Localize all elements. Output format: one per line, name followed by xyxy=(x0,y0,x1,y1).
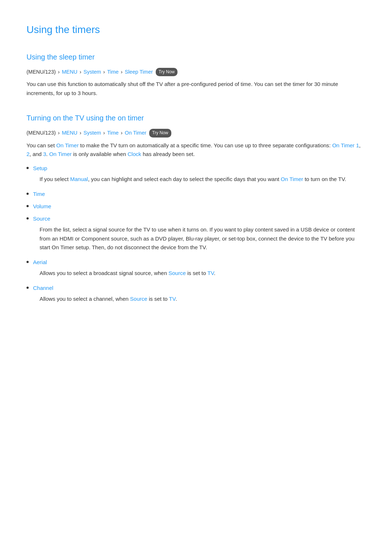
breadcrumb-menu-2[interactable]: MENU xyxy=(62,129,77,137)
bullet-dot-aerial xyxy=(26,261,29,263)
list-item: Aerial Allows you to select a broadcast … xyxy=(26,258,366,280)
on-timer-breadcrumb: (MENU/123) › MENU › System › Time › On T… xyxy=(26,129,366,137)
list-item: Source From the list, select a signal so… xyxy=(26,214,366,254)
breadcrumb-arrow-1: › xyxy=(58,68,60,76)
source-ref-channel: Source xyxy=(130,296,147,302)
bullet-dot-source xyxy=(26,217,29,219)
breadcrumb-arrow-7: › xyxy=(103,129,105,137)
on-timer-bullet-list: Setup If you select Manual, you can high… xyxy=(26,164,366,306)
breadcrumb-arrow-3: › xyxy=(103,68,105,76)
list-item: Channel Allows you to select a channel, … xyxy=(26,284,366,306)
bullet-aerial-wrapper: Aerial Allows you to select a broadcast … xyxy=(33,258,366,280)
page-title: Using the timers xyxy=(26,22,366,38)
breadcrumb-arrow-8: › xyxy=(121,129,123,137)
bullet-dot-channel xyxy=(26,287,29,289)
sleep-timer-breadcrumb: (MENU/123) › MENU › System › Time › Slee… xyxy=(26,68,366,76)
bullet-source-wrapper: Source From the list, select a signal so… xyxy=(33,214,366,254)
list-item: Time xyxy=(26,190,366,198)
breadcrumb-on-timer[interactable]: On Timer xyxy=(125,129,147,137)
breadcrumb-prefix-1: (MENU/123) xyxy=(26,68,56,76)
bullet-setup-wrapper: Setup If you select Manual, you can high… xyxy=(33,164,366,186)
list-item: Setup If you select Manual, you can high… xyxy=(26,164,366,186)
breadcrumb-arrow-5: › xyxy=(58,129,60,137)
bullet-dot-time xyxy=(26,193,29,195)
bullet-channel-wrapper: Channel Allows you to select a channel, … xyxy=(33,284,366,306)
on-timer-avail-ref: On Timer xyxy=(49,151,72,157)
breadcrumb-system-2[interactable]: System xyxy=(83,129,101,137)
try-now-badge-1[interactable]: Try Now xyxy=(156,68,177,76)
on-timer-3-ref: 3 xyxy=(43,151,46,157)
bullet-label-setup: Setup xyxy=(33,165,47,171)
breadcrumb-time-1[interactable]: Time xyxy=(107,68,119,76)
breadcrumb-menu-1[interactable]: MENU xyxy=(62,68,77,76)
bullet-desc-source: From the list, select a signal source fo… xyxy=(33,225,366,252)
source-ref-aerial: Source xyxy=(168,270,186,276)
bullet-label-channel: Channel xyxy=(33,285,53,291)
on-timer-setup-ref: On Timer xyxy=(281,176,303,182)
bullet-label-volume: Volume xyxy=(33,203,51,209)
bullet-volume-wrapper: Volume xyxy=(33,202,366,211)
section-on-timer: Turning on the TV using the on timer (ME… xyxy=(26,112,366,305)
breadcrumb-arrow-6: › xyxy=(79,129,81,137)
section-on-timer-title: Turning on the TV using the on timer xyxy=(26,112,366,124)
on-timer-inline-ref: On Timer xyxy=(56,142,79,148)
bullet-label-aerial: Aerial xyxy=(33,259,47,265)
sleep-timer-body: You can use this function to automatical… xyxy=(26,80,366,98)
bullet-desc-aerial: Allows you to select a broadcast signal … xyxy=(33,269,366,278)
tv-ref-channel: TV xyxy=(169,296,176,302)
bullet-dot-volume xyxy=(26,205,29,207)
section-sleep-timer-title: Using the sleep timer xyxy=(26,51,366,63)
tv-ref-aerial: TV xyxy=(208,270,214,276)
breadcrumb-prefix-2: (MENU/123) xyxy=(26,129,56,137)
bullet-dot-setup xyxy=(26,167,29,169)
list-item: Volume xyxy=(26,202,366,211)
try-now-badge-2[interactable]: Try Now xyxy=(149,129,171,137)
bullet-desc-channel: Allows you to select a channel, when Sou… xyxy=(33,295,366,304)
bullet-desc-setup: If you select Manual, you can highlight … xyxy=(33,175,366,184)
bullet-label-source: Source xyxy=(33,216,50,222)
section-sleep-timer: Using the sleep timer (MENU/123) › MENU … xyxy=(26,51,366,98)
breadcrumb-system-1[interactable]: System xyxy=(83,68,101,76)
on-timer-1-ref: On Timer 1 xyxy=(332,142,359,148)
breadcrumb-arrow-4: › xyxy=(121,68,123,76)
breadcrumb-arrow-2: › xyxy=(79,68,81,76)
on-timer-2-ref: 2 xyxy=(26,151,29,157)
manual-ref: Manual xyxy=(70,176,88,182)
bullet-time-wrapper: Time xyxy=(33,190,366,198)
breadcrumb-sleep-timer[interactable]: Sleep Timer xyxy=(125,68,153,76)
clock-ref: Clock xyxy=(128,151,142,157)
on-timer-intro: You can set On Timer to make the TV turn… xyxy=(26,141,366,159)
bullet-label-time: Time xyxy=(33,191,45,197)
breadcrumb-time-2[interactable]: Time xyxy=(107,129,119,137)
